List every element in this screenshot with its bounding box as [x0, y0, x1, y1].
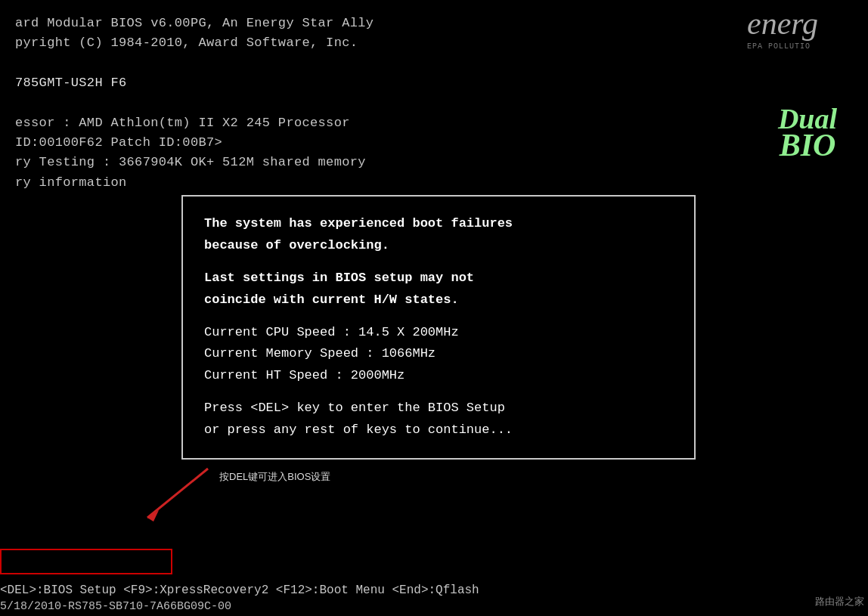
bios-line-5 [15, 93, 853, 113]
bottom-bar: <DEL>:BIOS Setup <F9>:XpressRecovery2 <F… [0, 580, 868, 616]
bios-line-1: ard Modular BIOS v6.00PG, An Energy Star… [15, 14, 853, 33]
bios-line-8: ry Testing : 3667904K OK+ 512M shared me… [15, 153, 853, 172]
chinese-annotation: 按DEL键可进入BIOS设置 [219, 470, 330, 484]
dialog-line-2: because of overclocking. [204, 235, 673, 257]
del-key-highlight [0, 549, 172, 574]
dialog-line-5: coincide with current H/W states. [204, 289, 673, 311]
dialog-line-11: Press <DEL> key to enter the BIOS Setup [204, 398, 673, 419]
dialog-line-1: The system has experienced boot failures [204, 213, 673, 235]
bios-line-2: pyright (C) 1984-2010, Award Software, I… [15, 33, 853, 53]
bios-line-7: ID:00100F62 Patch ID:00B7> [15, 133, 853, 153]
bios-header: ard Modular BIOS v6.00PG, An Energy Star… [0, 0, 868, 193]
bios-screen: energ EPA POLLUTIO Dual BIO ard Modular … [0, 0, 868, 616]
bios-line-9: ry information [15, 173, 853, 193]
bios-line-3 [15, 54, 853, 73]
bottom-keys: <DEL>:BIOS Setup <F9>:XpressRecovery2 <F… [0, 580, 868, 600]
bottom-date: 5/18/2010-RS785-SB710-7A66BG09C-00 [0, 600, 868, 616]
bios-line-4: 785GMT-US2H F6 [15, 73, 853, 93]
dialog-line-7: Current CPU Speed : 14.5 X 200MHz [204, 322, 673, 344]
dialog-box: The system has experienced boot failures… [181, 195, 696, 460]
dialog-line-8: Current Memory Speed : 1066MHz [204, 343, 673, 365]
arrow-graphic [132, 461, 231, 529]
svg-line-0 [147, 469, 208, 518]
watermark: 路由器之家 [815, 595, 864, 608]
dialog-line-9: Current HT Speed : 2000MHz [204, 365, 673, 387]
dialog-line-4: Last settings in BIOS setup may not [204, 268, 673, 289]
dialog-line-12: or press any rest of keys to continue... [204, 419, 673, 441]
bios-line-6: essor : AMD Athlon(tm) II X2 245 Process… [15, 113, 853, 133]
dialog-content: The system has experienced boot failures… [204, 213, 673, 441]
